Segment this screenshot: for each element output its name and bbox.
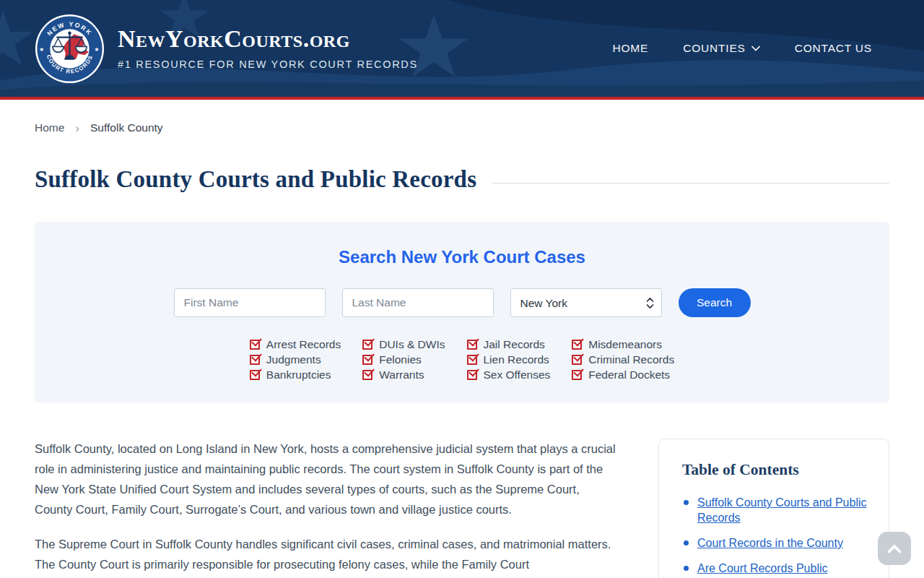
checkbox-arrest-records[interactable]: Arrest Records	[250, 337, 341, 352]
nav-contact-label: CONTACT US	[795, 42, 872, 55]
table-of-contents-card: Table of Contents Suffolk County Courts …	[658, 439, 889, 578]
last-name-input[interactable]	[342, 288, 494, 317]
checkbox-label: Felonies	[379, 353, 422, 366]
checkbox-federal-dockets[interactable]: Federal Dockets	[572, 367, 674, 382]
toc-item: Court Records in the County	[682, 535, 868, 551]
court-records-seal-icon: NEW YORK COURT RECORDS ★ ★	[35, 14, 105, 84]
checkbox-warrants[interactable]: Warrants	[362, 367, 445, 382]
search-form-row: New York Search	[35, 288, 889, 317]
site-tagline: #1 RESOURCE FOR NEW YORK COURT RECORDS	[118, 59, 418, 70]
checkbox-felonies[interactable]: Felonies	[362, 352, 445, 367]
checkbox-jail-records[interactable]: Jail Records	[467, 337, 551, 352]
checkbox-label: Arrest Records	[266, 338, 341, 351]
site-logo[interactable]: NEW YORK COURT RECORDS ★ ★	[35, 14, 418, 84]
checkbox-label: Bankruptcies	[266, 368, 331, 381]
title-divider	[492, 183, 889, 184]
scroll-to-top-button[interactable]	[878, 532, 911, 565]
logo-text: NewYorkCourts.org #1 RESOURCE FOR NEW YO…	[118, 27, 418, 70]
checkbox-duis-dwis[interactable]: DUIs & DWIs	[362, 337, 445, 352]
nav-counties-label: COUNTIES	[683, 42, 746, 55]
checkbox-label: Misdemeanors	[588, 338, 662, 351]
search-button[interactable]: Search	[679, 288, 751, 317]
toc-title: Table of Contents	[682, 461, 868, 479]
checkbox-label: Jail Records	[484, 338, 545, 351]
checkbox-lien-records[interactable]: Lien Records	[467, 352, 551, 367]
checkbox-criminal-records[interactable]: Criminal Records	[572, 352, 674, 367]
breadcrumb-current: Suffolk County	[90, 121, 163, 134]
checkbox-label: DUIs & DWIs	[379, 338, 445, 351]
page: ★ ★ ★ ★ NEW YORK	[0, 0, 924, 578]
checkbox-bankruptcies[interactable]: Bankruptcies	[250, 367, 341, 382]
checkbox-label: Sex Offenses	[484, 368, 551, 381]
checkbox-checked-icon[interactable]	[250, 370, 260, 380]
article: Suffolk County, located on Long Island i…	[35, 439, 619, 578]
checkbox-checked-icon[interactable]	[572, 340, 582, 350]
state-select-wrap: New York	[510, 288, 662, 317]
toc-link-are-court-records-public[interactable]: Are Court Records Public	[697, 562, 828, 574]
checkbox-checked-icon[interactable]	[572, 370, 582, 380]
record-type-checkboxes: Arrest Records Judgments Bankruptcies DU…	[35, 337, 889, 382]
checkbox-label: Criminal Records	[588, 353, 674, 366]
checkbox-column: Misdemeanors Criminal Records Federal Do…	[572, 337, 674, 382]
checkbox-column: DUIs & DWIs Felonies Warrants	[362, 337, 445, 382]
toc-link-courts-and-public-records[interactable]: Suffolk County Courts and Public Records	[697, 496, 867, 524]
breadcrumb: Home › Suffolk County	[35, 121, 889, 134]
nav-home-label: HOME	[612, 42, 648, 55]
svg-text:★: ★	[39, 46, 44, 52]
nav-contact-us[interactable]: CONTACT US	[795, 42, 872, 55]
toc-list: Suffolk County Courts and Public Records…	[682, 495, 868, 576]
checkbox-column: Jail Records Lien Records Sex Offenses	[467, 337, 551, 382]
main-content: Suffolk County, located on Long Island i…	[35, 439, 889, 578]
toc-item: Are Court Records Public	[682, 561, 868, 576]
site-header: ★ ★ ★ ★ NEW YORK	[0, 0, 924, 100]
checkbox-column: Arrest Records Judgments Bankruptcies	[250, 337, 341, 382]
checkbox-checked-icon[interactable]	[467, 355, 477, 365]
chevron-down-icon	[751, 46, 760, 51]
checkbox-label: Warrants	[379, 368, 424, 381]
checkbox-checked-icon[interactable]	[467, 370, 477, 380]
checkbox-sex-offenses[interactable]: Sex Offenses	[467, 367, 551, 382]
checkbox-checked-icon[interactable]	[250, 355, 260, 365]
bullet-icon	[684, 540, 689, 545]
article-paragraph: Suffolk County, located on Long Island i…	[35, 439, 619, 519]
breadcrumb-separator: ›	[75, 122, 79, 134]
checkbox-misdemeanors[interactable]: Misdemeanors	[572, 337, 674, 352]
chevron-up-icon	[887, 544, 902, 553]
checkbox-checked-icon[interactable]	[572, 355, 582, 365]
svg-text:★: ★	[94, 46, 99, 52]
bullet-icon	[684, 500, 689, 505]
checkbox-checked-icon[interactable]	[362, 340, 372, 350]
bullet-icon	[684, 566, 689, 571]
nav-home[interactable]: HOME	[612, 42, 648, 55]
search-panel: Search New York Court Cases New York Sea…	[35, 222, 889, 402]
toc-item: Suffolk County Courts and Public Records	[682, 495, 868, 525]
checkbox-checked-icon[interactable]	[362, 355, 372, 365]
page-title: Suffolk County Courts and Public Records	[35, 166, 476, 193]
checkbox-label: Federal Dockets	[588, 368, 670, 381]
state-select[interactable]: New York	[510, 288, 662, 317]
first-name-input[interactable]	[174, 288, 326, 317]
article-paragraph: The Supreme Court in Suffolk County hand…	[35, 534, 619, 574]
checkbox-label: Lien Records	[484, 353, 549, 366]
toc-link-court-records-in-county[interactable]: Court Records in the County	[697, 537, 843, 549]
breadcrumb-home-link[interactable]: Home	[35, 121, 64, 134]
checkbox-label: Judgments	[266, 353, 321, 366]
checkbox-checked-icon[interactable]	[467, 340, 477, 350]
main-nav: HOME COUNTIES CONTACT US	[612, 42, 872, 55]
checkbox-judgments[interactable]: Judgments	[250, 352, 341, 367]
search-heading: Search New York Court Cases	[35, 246, 889, 268]
checkbox-checked-icon[interactable]	[250, 340, 260, 350]
site-title: NewYorkCourts.org	[118, 27, 418, 51]
title-row: Suffolk County Courts and Public Records	[35, 166, 889, 193]
nav-counties[interactable]: COUNTIES	[683, 42, 760, 55]
checkbox-checked-icon[interactable]	[362, 370, 372, 380]
